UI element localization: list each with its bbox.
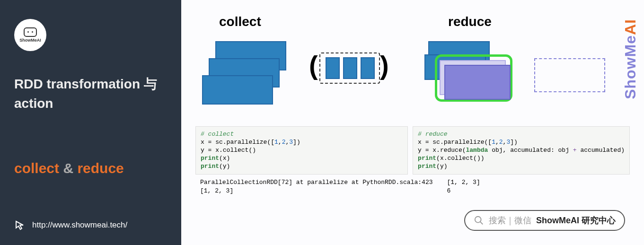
reduce-diagram [424,41,630,117]
right-paren-icon: ) [380,50,389,80]
vertical-brand: ShowMeAI [622,19,639,99]
code-num: 1 [492,139,495,146]
code-text: (x.collect()) [436,155,484,162]
code-text: obj, accumulated: obj [488,147,573,154]
search-promo-pill[interactable]: 搜索｜微信 ShowMeAI 研究中心 [464,210,625,231]
code-num: 2 [499,139,503,146]
code-row: # collect x = sc.parallelize([1,2,3]) y … [195,126,630,175]
code-comment: # reduce [418,131,447,138]
subtitle-ampersand: & [59,160,77,176]
search-icon [474,215,484,226]
brand-part-b: AI [622,19,639,35]
sidebar: ShowMeAI RDD transformation 与action coll… [0,0,181,245]
code-keyword: print [201,155,219,162]
output-row: ParallelCollectionRDD[72] at parallelize… [195,177,630,196]
left-paren-icon: ( [309,50,318,80]
collect-output: ParallelCollectionRDD[72] at parallelize… [195,177,437,196]
result-item [361,57,375,79]
search-grey-text: 搜索｜微信 [489,215,531,226]
code-keyword: print [418,155,436,162]
code-text: x = sc.parallelize([ [418,139,492,146]
code-text: , [495,139,499,146]
code-comment: # collect [201,131,234,138]
reduce-heading: reduce [448,14,630,29]
rdd-partition-rect [202,75,273,105]
collect-heading: collect [219,14,401,29]
svg-line-1 [480,222,483,225]
code-text: ]) [293,139,300,146]
collect-diagram: ( ) [195,41,401,117]
code-keyword: lambda [466,147,488,154]
reduce-column: reduce [424,14,630,117]
accumulated-rect-front [444,65,511,100]
url-row: http://www.showmeai.tech/ [14,219,127,231]
slide-subtitle: collect & reduce [14,160,167,176]
reduce-output: [1, 2, 3] 6 [442,177,630,196]
code-text: , [278,139,282,146]
logo-badge: ShowMeAI [14,19,46,51]
reduce-result-placeholder [534,58,605,92]
brand-part-a: ShowMe [622,35,639,99]
content-area: collect ( ) reduce [181,0,644,245]
logo-robot-icon [24,27,37,37]
collect-column: collect ( ) [195,14,401,117]
reduce-code-block: # reduce x = sc.parallelize([1,2,3]) y =… [413,126,630,175]
collect-code-block: # collect x = sc.parallelize([1,2,3]) y … [195,126,408,175]
code-text: (y) [436,163,447,170]
diagrams-row: collect ( ) reduce [195,0,630,117]
code-text: ]) [510,139,518,146]
code-keyword: print [418,163,436,170]
code-text: y = x.reduce( [418,147,466,154]
result-item [343,57,357,79]
code-operator: + [573,147,577,154]
cursor-icon [14,219,26,231]
slide-title: RDD transformation 与action [14,75,167,113]
code-keyword: print [201,163,219,170]
code-num: 3 [289,139,293,146]
code-text: accumulated) [577,147,625,154]
url-text[interactable]: http://www.showmeai.tech/ [32,220,127,230]
logo-text: ShowMeAI [19,38,41,43]
code-text: (y) [219,163,230,170]
code-text: (x) [219,155,230,162]
code-text: y = x.collect() [201,147,256,154]
subtitle-reduce: reduce [77,160,124,176]
subtitle-collect: collect [14,160,59,176]
search-bold-text: ShowMeAI 研究中心 [536,215,616,226]
code-text: x = sc.parallelize([ [201,139,274,146]
svg-point-0 [475,217,481,223]
result-item [326,57,340,79]
code-num: 1 [274,139,278,146]
